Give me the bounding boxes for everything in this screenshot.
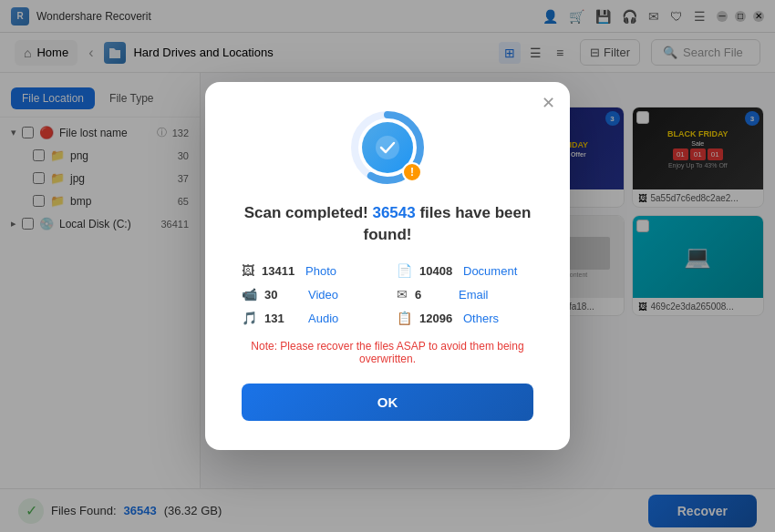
- stat-audio-icon: 🎵: [242, 311, 257, 325]
- modal-title-static: Scan completed!: [244, 204, 368, 221]
- stat-audio-row: 🎵 131 Audio: [242, 311, 378, 325]
- modal-icon-area: !: [242, 111, 533, 184]
- stat-photo-link[interactable]: Photo: [305, 264, 336, 278]
- stat-others-icon: 📋: [397, 311, 412, 325]
- stat-email-num: 6: [415, 288, 451, 302]
- stat-document-icon: 📄: [397, 263, 412, 278]
- stat-audio-num: 131: [264, 312, 301, 325]
- modal-files-count: 36543: [372, 204, 415, 221]
- modal-title: Scan completed! 36543 files have been fo…: [242, 202, 533, 246]
- stat-video-row: 📹 30 Video: [242, 287, 378, 302]
- stat-photo-num: 13411: [262, 264, 298, 278]
- stat-photo-icon: 🖼: [242, 263, 254, 278]
- stat-photo-row: 🖼 13411 Photo: [242, 263, 378, 278]
- modal-close-button[interactable]: ✕: [542, 93, 555, 113]
- stat-email-icon: ✉: [397, 287, 408, 302]
- checkmark-icon: [375, 135, 400, 160]
- scan-complete-modal: ✕ ! Scan com: [205, 82, 570, 451]
- stat-others-row: 📋 12096 Others: [397, 311, 533, 325]
- modal-stats: 🖼 13411 Photo 📄 10408 Document 📹 30 Vide…: [242, 263, 533, 325]
- stat-video-icon: 📹: [242, 287, 257, 302]
- stat-document-link[interactable]: Document: [463, 264, 517, 278]
- stat-video-num: 30: [264, 288, 301, 302]
- modal-icon-wrapper: !: [351, 111, 424, 184]
- svg-point-2: [376, 136, 399, 159]
- stat-document-num: 10408: [419, 264, 456, 278]
- stat-others-num: 12096: [419, 312, 456, 325]
- stat-document-row: 📄 10408 Document: [397, 263, 533, 278]
- modal-ok-button[interactable]: OK: [242, 384, 533, 421]
- modal-note: Note: Please recover the files ASAP to a…: [242, 340, 533, 365]
- stat-email-link[interactable]: Email: [459, 288, 489, 302]
- warning-badge: !: [402, 162, 422, 182]
- stat-audio-link[interactable]: Audio: [308, 312, 338, 325]
- stat-video-link[interactable]: Video: [308, 288, 338, 302]
- stat-others-link[interactable]: Others: [463, 312, 499, 325]
- modal-overlay: ✕ ! Scan com: [0, 0, 775, 532]
- stat-email-row: ✉ 6 Email: [397, 287, 533, 302]
